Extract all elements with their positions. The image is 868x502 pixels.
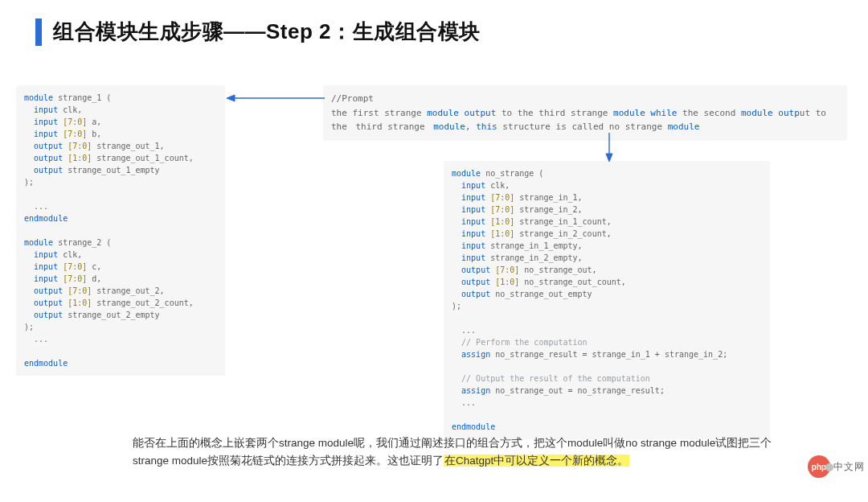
svg-marker-3 bbox=[606, 154, 612, 162]
arrow-down-icon bbox=[604, 133, 614, 162]
arrow-left-icon bbox=[227, 93, 325, 103]
slide-title: 组合模块生成步骤——Step 2：生成组合模块 bbox=[35, 18, 481, 46]
svg-marker-1 bbox=[227, 95, 235, 101]
watermark-logo-icon: php bbox=[808, 455, 830, 478]
watermark: php 中文网 bbox=[808, 455, 865, 478]
caption-highlight: 在Chatgpt中可以定义一个新的概念。 bbox=[444, 455, 629, 467]
left-code-block: module strange_1 ( input clk, input [7:0… bbox=[16, 85, 225, 376]
prompt-block: //Promptthe first strange module output … bbox=[323, 85, 847, 141]
right-code-block: module no_strange ( input clk, input [7:… bbox=[444, 161, 770, 439]
caption-text: 能否在上面的概念上嵌套两个strange module呢，我们通过阐述接口的组合… bbox=[133, 434, 800, 469]
title-text: 组合模块生成步骤——Step 2：生成组合模块 bbox=[53, 18, 481, 46]
watermark-text: 中文网 bbox=[833, 460, 865, 474]
title-accent-bar bbox=[35, 19, 42, 46]
